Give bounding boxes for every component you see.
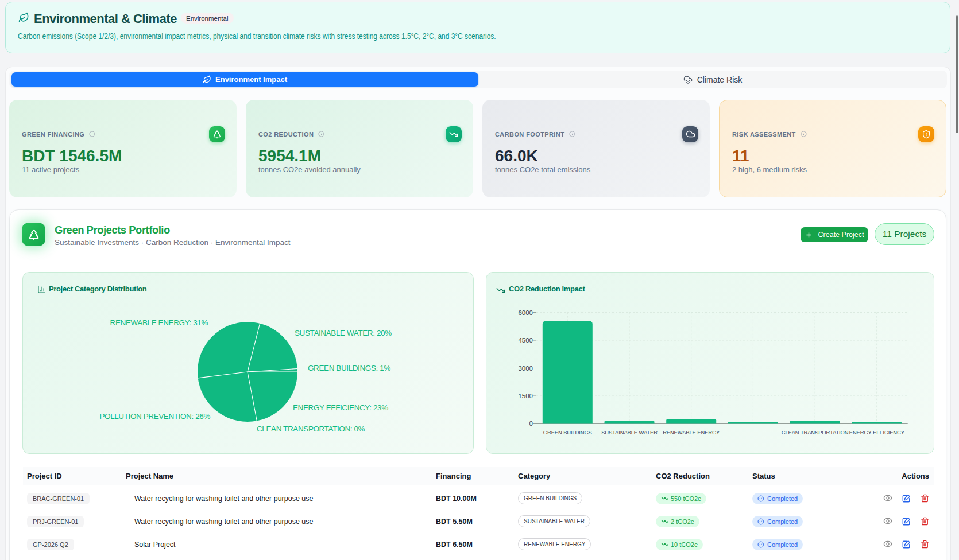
svg-text:4500: 4500 bbox=[518, 337, 533, 344]
svg-text:ENERGY EFFICIENCY: ENERGY EFFICIENCY bbox=[849, 429, 905, 435]
svg-text:3000: 3000 bbox=[518, 365, 533, 372]
svg-text:SUSTAINABLE WATER: 20%: SUSTAINABLE WATER: 20% bbox=[295, 329, 392, 337]
svg-text:RENEWABLE ENERGY: 31%: RENEWABLE ENERGY: 31% bbox=[110, 318, 208, 327]
svg-text:SUSTAINABLE WATER: SUSTAINABLE WATER bbox=[601, 429, 658, 435]
svg-text:CLEAN TRANSPORTATION: CLEAN TRANSPORTATION bbox=[782, 429, 849, 435]
svg-text:1500: 1500 bbox=[518, 392, 533, 399]
svg-text:ENERGY EFFICIENCY: 23%: ENERGY EFFICIENCY: 23% bbox=[293, 403, 388, 412]
svg-text:0: 0 bbox=[529, 420, 533, 427]
svg-text:GREEN BUILDINGS: GREEN BUILDINGS bbox=[543, 429, 592, 435]
svg-text:POLLUTION PREVENTION: 26%: POLLUTION PREVENTION: 26% bbox=[99, 412, 210, 421]
svg-text:RENEWABLE ENERGY: RENEWABLE ENERGY bbox=[663, 429, 720, 435]
svg-text:6000: 6000 bbox=[518, 309, 533, 316]
svg-text:GREEN BUILDINGS: 1%: GREEN BUILDINGS: 1% bbox=[308, 364, 390, 372]
svg-text:CLEAN TRANSPORTATION: 0%: CLEAN TRANSPORTATION: 0% bbox=[257, 425, 365, 433]
